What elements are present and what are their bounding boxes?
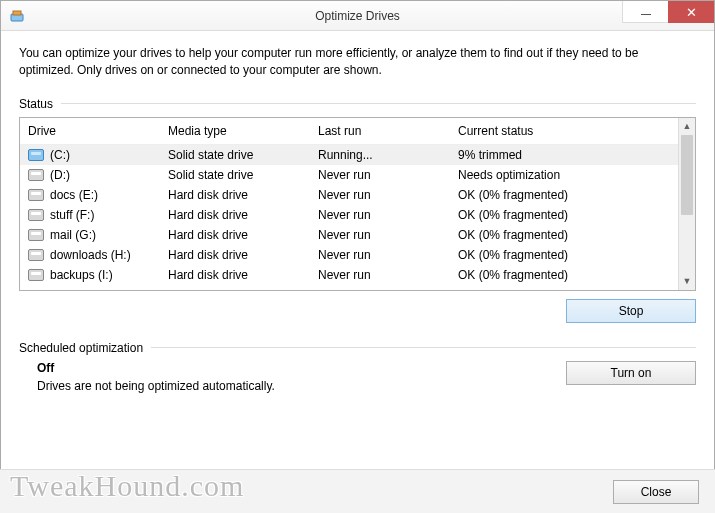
turn-on-button[interactable]: Turn on [566,361,696,385]
divider [61,103,696,104]
drive-media: Hard disk drive [160,245,310,265]
drive-lastrun: Running... [310,144,450,165]
close-button[interactable]: Close [613,480,699,504]
drive-name: (D:) [50,168,70,182]
drive-lastrun: Never run [310,225,450,245]
drive-lastrun: Never run [310,245,450,265]
drive-name: backups (I:) [50,268,113,282]
drive-media: Solid state drive [160,144,310,165]
schedule-state: Off [37,361,566,375]
action-button-row: Stop [19,299,696,323]
drive-media: Hard disk drive [160,225,310,245]
window-title: Optimize Drives [1,9,714,23]
col-media[interactable]: Media type [160,118,310,145]
table-row[interactable]: downloads (H:)Hard disk driveNever runOK… [20,245,678,265]
col-status[interactable]: Current status [450,118,678,145]
schedule-section-header: Scheduled optimization [19,341,696,355]
scroll-up-button[interactable]: ▲ [679,118,695,135]
drive-lastrun: Never run [310,165,450,185]
drive-name: docs (E:) [50,188,98,202]
footer: Close [0,469,715,513]
drive-status: Needs optimization [450,165,678,185]
schedule-text: Off Drives are not being optimized autom… [19,361,566,393]
drive-name: downloads (H:) [50,248,131,262]
table-row[interactable]: stuff (F:)Hard disk driveNever runOK (0%… [20,205,678,225]
table-row[interactable]: mail (G:)Hard disk driveNever runOK (0% … [20,225,678,245]
drive-media: Solid state drive [160,165,310,185]
drive-status: 9% trimmed [450,144,678,165]
drive-name: (C:) [50,148,70,162]
drive-media: Hard disk drive [160,265,310,282]
scroll-track[interactable] [679,135,695,273]
drive-icon [28,249,44,261]
schedule-row: Off Drives are not being optimized autom… [19,361,696,393]
drive-status: OK (0% fragmented) [450,265,678,282]
drive-icon [28,209,44,221]
drive-status: OK (0% fragmented) [450,225,678,245]
schedule-label: Scheduled optimization [19,341,143,355]
drive-status: OK (0% fragmented) [450,205,678,225]
vertical-scrollbar[interactable]: ▲ ▼ [678,118,695,290]
titlebar: Optimize Drives ✕ [1,1,714,31]
table-header-row: Drive Media type Last run Current status [20,118,678,145]
close-window-button[interactable]: ✕ [668,1,714,23]
drive-icon [28,189,44,201]
drive-list: Drive Media type Last run Current status… [19,117,696,291]
content-area: You can optimize your drives to help you… [1,31,714,407]
drive-status: OK (0% fragmented) [450,245,678,265]
drive-icon [28,149,44,161]
col-drive[interactable]: Drive [20,118,160,145]
status-section-header: Status [19,97,696,111]
drive-lastrun: Never run [310,265,450,282]
divider [151,347,696,348]
drive-media: Hard disk drive [160,185,310,205]
close-icon: ✕ [686,6,697,19]
minimize-button[interactable] [622,1,668,23]
table-row[interactable]: (D:)Solid state driveNever runNeeds opti… [20,165,678,185]
intro-text: You can optimize your drives to help you… [19,45,696,79]
status-label: Status [19,97,53,111]
drive-name: stuff (F:) [50,208,94,222]
table-row[interactable]: docs (E:)Hard disk driveNever runOK (0% … [20,185,678,205]
col-lastrun[interactable]: Last run [310,118,450,145]
drive-lastrun: Never run [310,205,450,225]
drive-table: Drive Media type Last run Current status… [20,118,678,282]
scroll-down-button[interactable]: ▼ [679,273,695,290]
schedule-desc: Drives are not being optimized automatic… [37,379,566,393]
drive-name: mail (G:) [50,228,96,242]
table-row[interactable]: (C:)Solid state driveRunning...9% trimme… [20,144,678,165]
drive-icon [28,169,44,181]
stop-button[interactable]: Stop [566,299,696,323]
drive-icon [28,269,44,281]
window-controls: ✕ [622,1,714,23]
drive-media: Hard disk drive [160,205,310,225]
drive-icon [28,229,44,241]
drive-status: OK (0% fragmented) [450,185,678,205]
drive-lastrun: Never run [310,185,450,205]
table-row[interactable]: backups (I:)Hard disk driveNever runOK (… [20,265,678,282]
scroll-thumb[interactable] [681,135,693,215]
